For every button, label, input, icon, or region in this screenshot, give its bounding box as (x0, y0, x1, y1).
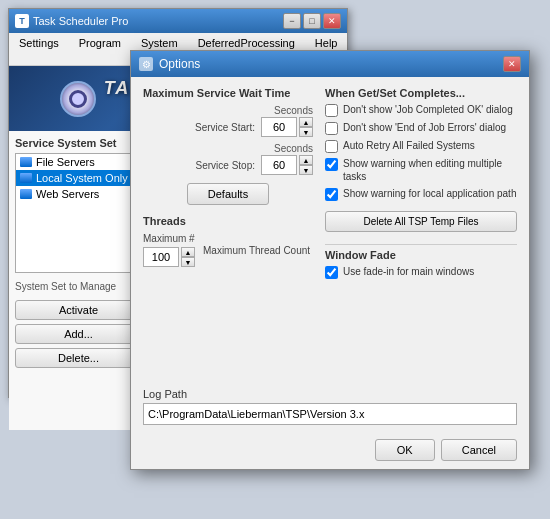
service-start-up[interactable]: ▲ (299, 117, 313, 127)
title-bar-controls: − □ ✕ (283, 13, 341, 29)
sidebar-item-file-servers[interactable]: File Servers (16, 154, 141, 170)
main-title-bar: T Task Scheduler Pro − □ ✕ (9, 9, 347, 33)
checkbox-3[interactable] (325, 158, 338, 171)
checkbox-0[interactable] (325, 104, 338, 117)
max-num-spinner: ▲ ▼ (143, 247, 195, 267)
checkbox-label-1: Don't show 'End of Job Errors' dialog (343, 121, 506, 134)
menu-settings[interactable]: Settings (13, 35, 65, 63)
checkbox-row-2: Auto Retry All Failed Systems (325, 139, 517, 153)
service-start-spinner-btns: ▲ ▼ (299, 117, 313, 137)
checkbox-row-0: Don't show 'Job Completed OK' dialog (325, 103, 517, 117)
maximize-button[interactable]: □ (303, 13, 321, 29)
title-bar-left: T Task Scheduler Pro (15, 14, 128, 28)
logo-icon (60, 81, 96, 117)
sidebar-buttons: Activate Add... Delete... (15, 300, 142, 368)
app-icon: T (15, 14, 29, 28)
fade-checkbox-label: Use fade-in for main windows (343, 265, 474, 278)
main-window-title: Task Scheduler Pro (33, 15, 128, 27)
options-icon: ⚙ (139, 57, 153, 71)
file-servers-icon (20, 157, 32, 167)
options-title: Options (159, 57, 200, 71)
options-controls: ✕ (503, 56, 521, 72)
threads-section: Threads Maximum # ▲ ▼ Maximum Thread Cou… (143, 215, 313, 267)
checkbox-row-3: Show warning when editing multiple tasks (325, 157, 517, 183)
checkbox-label-0: Don't show 'Job Completed OK' dialog (343, 103, 513, 116)
service-start-spinner: ▲ ▼ (261, 117, 313, 137)
options-close-button[interactable]: ✕ (503, 56, 521, 72)
max-num-spinner-btns: ▲ ▼ (181, 247, 195, 267)
service-start-unit-label: Seconds (143, 105, 313, 116)
minimize-button[interactable]: − (283, 13, 301, 29)
delete-button[interactable]: Delete... (15, 348, 142, 368)
close-button[interactable]: ✕ (323, 13, 341, 29)
window-fade-title: Window Fade (325, 249, 517, 261)
sidebar: Service System Set File Servers Local Sy… (9, 131, 149, 430)
options-dialog: ⚙ Options ✕ Maximum Service Wait Time Se… (130, 50, 530, 470)
service-stop-spinner: ▲ ▼ (261, 155, 313, 175)
service-stop-label: Service Stop: (196, 160, 255, 171)
options-footer: OK Cancel (375, 439, 517, 461)
checkbox-4[interactable] (325, 188, 338, 201)
delete-tsp-button[interactable]: Delete All TSP Temp Files (325, 211, 517, 232)
options-body: Maximum Service Wait Time Seconds Servic… (131, 77, 529, 435)
checkbox-label-4: Show warning for local application path (343, 187, 516, 200)
service-start-input[interactable] (261, 117, 297, 137)
fade-checkbox[interactable] (325, 266, 338, 279)
log-path-section: Log Path (143, 388, 517, 425)
max-num-up[interactable]: ▲ (181, 247, 195, 257)
defaults-button[interactable]: Defaults (187, 183, 269, 205)
window-fade-section: Window Fade Use fade-in for main windows (325, 249, 517, 279)
service-stop-unit-label: Seconds (143, 143, 313, 154)
options-right: When Get/Set Completes... Don't show 'Jo… (325, 87, 517, 425)
get-set-title: When Get/Set Completes... (325, 87, 517, 99)
log-path-label: Log Path (143, 388, 517, 400)
checkbox-row-4: Show warning for local application path (325, 187, 517, 201)
service-start-row: Service Start: ▲ ▼ (143, 117, 313, 137)
sidebar-list[interactable]: File Servers Local System Only Web Serve… (15, 153, 142, 273)
checkbox-2[interactable] (325, 140, 338, 153)
service-stop-up[interactable]: ▲ (299, 155, 313, 165)
max-num-label: Maximum # (143, 233, 195, 244)
service-stop-input[interactable] (261, 155, 297, 175)
service-stop-spinner-btns: ▲ ▼ (299, 155, 313, 175)
max-num-input[interactable] (143, 247, 179, 267)
checkbox-row-1: Don't show 'End of Job Errors' dialog (325, 121, 517, 135)
options-left: Maximum Service Wait Time Seconds Servic… (143, 87, 313, 425)
divider (325, 244, 517, 245)
add-button[interactable]: Add... (15, 324, 142, 344)
web-servers-icon (20, 189, 32, 199)
cancel-button[interactable]: Cancel (441, 439, 517, 461)
max-num-down[interactable]: ▼ (181, 257, 195, 267)
sidebar-item-local[interactable]: Local System Only (16, 170, 141, 186)
checkbox-label-2: Auto Retry All Failed Systems (343, 139, 475, 152)
checkbox-label-3: Show warning when editing multiple tasks (343, 157, 517, 183)
threads-row: Maximum # ▲ ▼ Maximum Thread Count (143, 233, 313, 267)
service-stop-row: Service Stop: ▲ ▼ (143, 155, 313, 175)
fade-checkbox-row: Use fade-in for main windows (325, 265, 517, 279)
service-stop-down[interactable]: ▼ (299, 165, 313, 175)
threads-title: Threads (143, 215, 313, 227)
local-icon (20, 173, 32, 183)
log-path-input[interactable] (143, 403, 517, 425)
service-start-down[interactable]: ▼ (299, 127, 313, 137)
checkbox-1[interactable] (325, 122, 338, 135)
service-start-label: Service Start: (195, 122, 255, 133)
sidebar-label: Service System Set (15, 137, 142, 149)
ok-button[interactable]: OK (375, 439, 435, 461)
menu-program[interactable]: Program (73, 35, 127, 63)
sidebar-section-label: System Set to Manage (15, 281, 142, 292)
options-title-bar: ⚙ Options ✕ (131, 51, 529, 77)
activate-button[interactable]: Activate (15, 300, 142, 320)
max-thread-count-label: Maximum Thread Count (203, 244, 310, 257)
service-wait-title: Maximum Service Wait Time (143, 87, 313, 99)
sidebar-item-web[interactable]: Web Servers (16, 186, 141, 202)
options-title-left: ⚙ Options (139, 57, 200, 71)
